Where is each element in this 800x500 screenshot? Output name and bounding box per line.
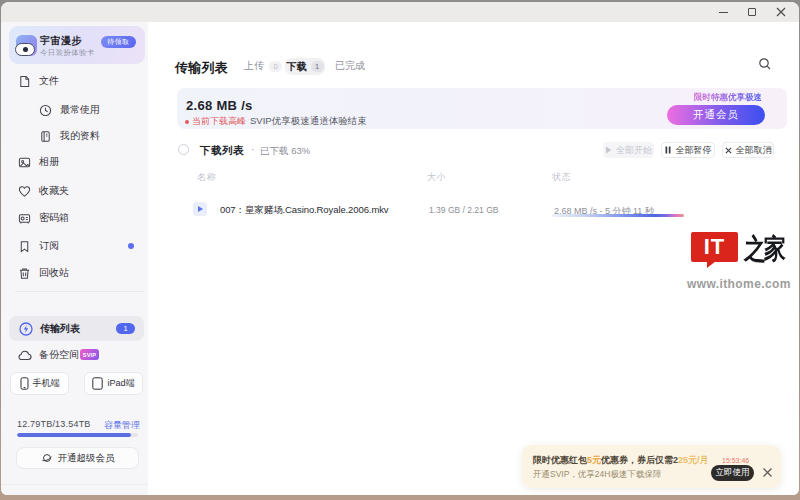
trash-icon	[18, 267, 31, 280]
pause-all-button[interactable]: 全部暂停	[661, 142, 715, 158]
cloud-icon	[18, 349, 31, 362]
tab-download[interactable]: 下载 1	[285, 58, 325, 75]
file-name: 007：皇家赌场.Casino.Royale.2006.mkv	[220, 204, 389, 217]
sidebar-item-transfer-list[interactable]: 传输列表 1	[9, 316, 144, 341]
transfer-lightning-icon	[19, 322, 33, 336]
download-list-title: 下载列表	[200, 144, 244, 158]
notification-dot	[128, 243, 134, 249]
file-size: 1.39 GB / 2.21 GB	[429, 205, 498, 215]
storage-progress-bar	[17, 433, 138, 437]
select-all-checkbox[interactable]	[178, 144, 189, 155]
alert-dot-icon	[185, 120, 189, 124]
play-icon	[605, 146, 612, 154]
safe-icon	[18, 212, 31, 225]
heart-icon	[18, 185, 31, 198]
search-icon[interactable]	[758, 57, 772, 71]
window-maximize-button[interactable]	[738, 2, 766, 22]
ipad-client-button[interactable]: iPad端	[84, 372, 143, 395]
toast-close-icon[interactable]	[762, 464, 774, 476]
close-icon	[776, 7, 786, 17]
theme-card-subtitle: 今日装扮体验卡	[40, 48, 95, 58]
bookmark-icon	[18, 240, 31, 253]
sidebar-item-my-docs[interactable]: 我的资料	[1, 128, 148, 144]
storage-usage: 12.79TB/13.54TB	[17, 419, 91, 429]
app-window: 宇宙漫步 今日装扮体验卡 待领取 文件 最常使用 我的资料 相	[1, 2, 799, 495]
column-header-size: 大小	[427, 171, 446, 184]
column-header-status: 状态	[552, 171, 571, 184]
sidebar-item-albums[interactable]: 相册	[1, 154, 148, 170]
photo-icon	[18, 156, 31, 169]
tablet-icon	[92, 377, 103, 390]
window-close-button[interactable]	[767, 2, 795, 22]
ithome-logo-tail	[707, 261, 716, 268]
sidebar-bottom-divider	[1, 484, 148, 485]
sidebar-item-safe-box[interactable]: 密码箱	[1, 210, 148, 226]
transfer-count-badge: 1	[116, 323, 135, 334]
titlebar	[1, 2, 799, 22]
avatar-eye-icon	[15, 43, 35, 56]
sidebar: 宇宙漫步 今日装扮体验卡 待领取 文件 最常使用 我的资料 相	[1, 22, 148, 495]
toast-detail-line: 开通SVIP，优享24H极速下载保障	[533, 469, 661, 481]
main-panel: 传输列表 上传 0 下载 1 已完成 2.68 MB /s 当前下载高峰 SVI…	[148, 22, 799, 495]
open-super-vip-button[interactable]: 开通超级会员	[16, 447, 139, 469]
pause-icon	[665, 146, 672, 154]
sidebar-item-backup-space[interactable]: 备份空间 SVIP	[1, 347, 148, 363]
promo-text: 限时特惠优享极速	[682, 92, 762, 104]
peak-alert: 当前下载高峰 SVIP优享极速通道体验结束	[185, 115, 367, 128]
downloaded-percent-text: 已下载 63%	[260, 145, 310, 158]
theme-avatar	[16, 35, 37, 56]
sidebar-item-favorites[interactable]: 收藏夹	[1, 183, 148, 199]
start-all-button[interactable]: 全部开始	[603, 142, 654, 158]
x-icon	[725, 146, 732, 154]
mobile-client-button[interactable]: 手机端	[10, 372, 69, 395]
column-header-name: 名称	[197, 171, 216, 184]
notebook-icon	[39, 130, 52, 143]
page-title: 传输列表	[175, 59, 228, 77]
storage-manage-link[interactable]: 容量管理	[104, 419, 140, 432]
planet-icon	[41, 452, 53, 464]
ithome-logo: IT	[691, 232, 738, 262]
toast-countdown: 15:53:46	[722, 457, 749, 464]
sidebar-divider	[15, 291, 144, 292]
download-count-badge: 1	[311, 61, 324, 72]
use-now-button[interactable]: 立即使用	[711, 465, 754, 481]
sidebar-item-files[interactable]: 文件	[1, 73, 148, 89]
cancel-all-button[interactable]: 全部取消	[722, 142, 774, 158]
tab-completed[interactable]: 已完成	[335, 59, 365, 73]
download-speed: 2.68 MB /s	[186, 98, 253, 113]
theme-card-title: 宇宙漫步	[40, 34, 82, 48]
svip-badge: SVIP	[80, 349, 99, 360]
clock-icon	[39, 104, 52, 117]
claim-badge[interactable]: 待领取	[101, 36, 136, 48]
window-minimize-button[interactable]	[709, 2, 737, 22]
tab-upload[interactable]: 上传 0	[244, 59, 282, 73]
upload-count-badge: 0	[269, 61, 282, 72]
speed-banner: 2.68 MB /s 当前下载高峰 SVIP优享极速通道体验结束 限时特惠优享极…	[177, 88, 787, 129]
sidebar-item-recent[interactable]: 最常使用	[1, 102, 148, 118]
phone-icon	[20, 377, 29, 390]
promo-toast: 限时优惠红包5元优惠券，券后仅需225元/月 开通SVIP，优享24H极速下载保…	[522, 445, 781, 488]
open-vip-button[interactable]: 开通会员	[667, 105, 765, 125]
sidebar-item-subscriptions[interactable]: 订阅	[1, 238, 148, 254]
file-icon	[18, 75, 31, 88]
minimize-icon	[719, 12, 728, 13]
toast-offer-line: 限时优惠红包5元优惠券，券后仅需225元/月	[533, 454, 709, 467]
download-progress-bar	[552, 214, 684, 217]
maximize-icon	[748, 8, 756, 16]
list-controls: 下载列表 · 已下载 63% 全部开始 全部暂停 全部取消	[148, 142, 799, 160]
sidebar-item-trash[interactable]: 回收站	[1, 265, 148, 281]
theme-card[interactable]: 宇宙漫步 今日装扮体验卡 待领取	[9, 26, 145, 64]
ithome-url: www.ithome.com	[687, 277, 791, 291]
video-file-icon	[193, 202, 207, 216]
